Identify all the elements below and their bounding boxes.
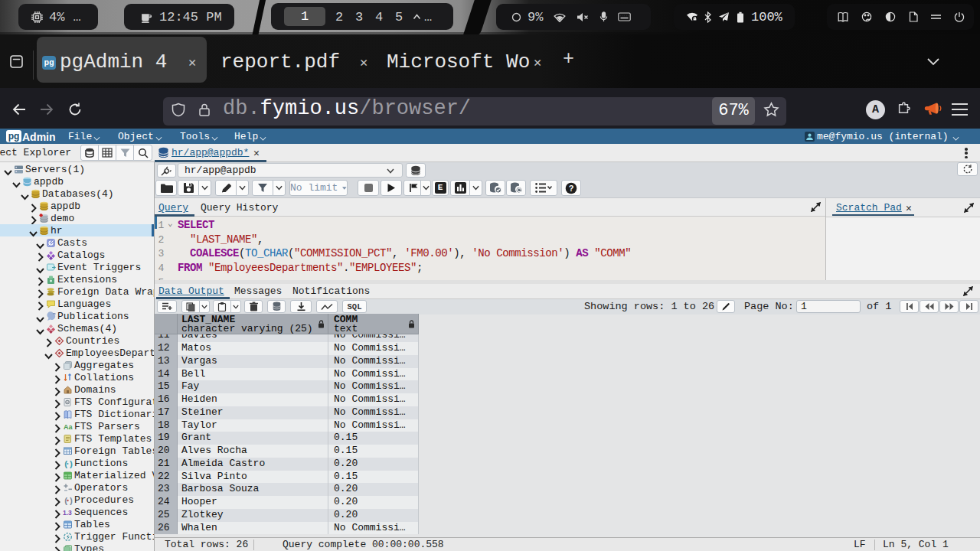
svg-text:1.3: 1.3 [63,508,72,516]
svg-text:Aa: Aa [64,423,73,431]
svg-text:?: ? [569,184,574,193]
